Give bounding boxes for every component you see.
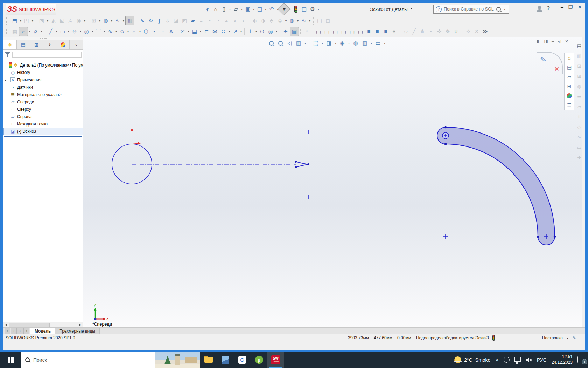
toolbar-icon[interactable]: ◪ [172,16,180,25]
taskbar-search-box[interactable]: Поиск [21,352,155,368]
custom-status-arrow-icon[interactable]: ▴ [567,336,568,340]
toolbar-icon[interactable]: ✛ [435,27,443,36]
dock-toolbar-icon[interactable]: ☰ [576,93,582,100]
toolbar-icon[interactable]: ⊎ [452,27,460,36]
panel-horizontal-scrollbar[interactable]: ◀ ▶ [4,322,83,327]
cancel-sketch-icon[interactable]: ✕ [554,66,559,73]
dropdown-arrow-icon[interactable]: ▾ [55,30,58,33]
toolbar-icon[interactable]: ⌐ [19,27,28,36]
tab-property-manager[interactable]: ▤ [17,40,30,49]
view-toolbar-icon[interactable]: ▦ [360,39,369,47]
toolbar-icon[interactable]: ⬕ [58,16,66,25]
toolbar-icon[interactable]: ≫ [481,27,489,36]
dock-toolbar-icon[interactable]: ◍ [576,83,582,90]
dropdown-arrow-icon[interactable]: ▾ [334,42,337,45]
toolbar-icon[interactable]: ▯ [220,5,228,13]
weather-widget[interactable]: 2°C Smoke [454,356,490,363]
dropdown-arrow-icon[interactable]: ▾ [383,42,386,45]
toolbar-icon[interactable]: ◉ [75,16,83,25]
tree-item[interactable]: Спереди [4,98,83,105]
toolbar-icon[interactable]: ⬚ [323,27,331,36]
dropdown-arrow-icon[interactable]: ▾ [40,30,43,33]
dropdown-arrow-icon[interactable]: ▾ [252,8,255,11]
dropdown-arrow-icon[interactable]: ▾ [110,19,113,22]
custom-status-label[interactable]: Настройка [542,335,563,340]
dropdown-arrow-icon[interactable]: ▾ [228,8,232,11]
toolbar-icon[interactable]: ⚙ [308,5,317,13]
toolbar-grip[interactable] [6,17,8,25]
view-toolbar-icon[interactable]: ◉ [338,39,346,47]
toolbar-icon[interactable]: ➤ [278,3,290,16]
tab-display-manager[interactable] [56,40,70,49]
close-button[interactable]: ✕ [578,4,582,10]
file-explorer-icon[interactable]: ▱ [566,73,573,80]
toolbar-icon[interactable]: ✧ [464,27,472,36]
toolbar-icon[interactable]: A [167,27,175,36]
tree-item[interactable]: ▸ Примечания [4,76,83,83]
menu-item[interactable] [109,8,113,10]
custom-properties-icon[interactable]: ☰ [566,102,573,109]
menu-item[interactable] [119,8,123,10]
view-toolbar-icon[interactable]: ▭ [374,39,382,47]
toolbar-icon[interactable]: ▱ [401,27,410,36]
toolbar-icon[interactable]: ⬘ [267,16,276,25]
doc-window-icon[interactable]: – [552,39,554,44]
toolbar-icon[interactable]: ▨ [125,16,134,25]
toolbar-icon[interactable]: ↗ [231,27,239,36]
dropdown-arrow-icon[interactable]: ▾ [187,30,190,33]
toolbar-icon[interactable]: ■ [373,27,382,36]
toolbar-icon[interactable]: ⬚ [340,27,348,36]
filter-input[interactable] [12,52,82,58]
toolbar-icon[interactable]: ▤ [300,5,308,13]
dropdown-arrow-icon[interactable]: ▾ [83,19,86,22]
toolbar-icon[interactable]: • [427,27,435,36]
toolbar-icon[interactable]: ▨ [290,27,299,36]
toolbar-icon[interactable]: ⌀ [31,27,40,36]
resources-icon[interactable]: ⌂ [566,54,573,61]
toolbar-icon[interactable]: ◗ [239,16,247,25]
toolbar-grip[interactable] [6,28,8,35]
tree-item[interactable]: History [4,69,83,76]
dock-toolbar-icon[interactable]: ▥ [576,52,582,59]
dock-toolbar-icon[interactable]: ✚ [576,154,582,161]
tag-icon[interactable]: ✎ [573,335,576,340]
toolbar-icon[interactable]: ⬖ [251,16,259,25]
help-search-box[interactable]: ? Поиск в Справке по SOLIDWORKS ▾ [433,5,509,14]
panel-expand-button[interactable]: › [70,40,83,49]
dropdown-arrow-icon[interactable]: ▾ [122,19,125,22]
toolbar-icon[interactable]: ✕ [472,27,481,36]
tab-configuration-manager[interactable]: ⊞ [30,40,43,49]
tray-chevron-icon[interactable]: ∧ [495,357,499,362]
menu-item[interactable] [81,8,85,10]
dropdown-arrow-icon[interactable]: ▾ [275,30,278,33]
toolbar-icon[interactable]: ⬚ [314,27,323,36]
view-toolbar-icon[interactable]: ⬚ [312,39,320,47]
dropdown-arrow-icon[interactable]: ▾ [240,8,244,11]
view-toolbar-icon[interactable] [267,39,275,47]
toolbar-icon[interactable]: ✦ [281,27,290,36]
taskbar-photos-app[interactable] [217,352,234,368]
meet-now-icon[interactable] [504,357,510,363]
dropdown-arrow-icon[interactable]: ▾ [296,19,300,22]
dropdown-arrow-icon[interactable]: ▾ [321,42,324,45]
taskbar-c-app[interactable]: C [234,352,251,368]
toolbar-icon[interactable]: ◓ [205,16,214,25]
tree-item[interactable]: (-) Эскиз3 [4,128,83,135]
dropdown-arrow-icon[interactable]: ▾ [19,19,22,22]
dock-toolbar-icon[interactable]: ▭ [576,144,582,151]
toolbar-icon[interactable]: ⇘ [138,16,147,25]
dropdown-arrow-icon[interactable]: ▾ [103,30,106,33]
toolbar-icon[interactable]: ○ [116,27,128,36]
toolbar-icon[interactable]: ▦ [10,27,19,36]
view-toolbar-icon[interactable]: ◨ [325,39,333,47]
toolbar-icon[interactable]: ↶ [267,5,276,13]
dropdown-arrow-icon[interactable]: ▾ [227,30,231,33]
toolbar-icon[interactable]: ◔ [214,16,222,25]
dropdown-arrow-icon[interactable]: ▾ [28,30,31,33]
toolbar-icon[interactable]: ◎ [266,27,275,36]
scroll-left-icon[interactable]: ◀ [4,323,8,326]
tree-item[interactable]: Деталь1 (По умолчанию<<По умолча [4,61,83,69]
toolbar-icon[interactable]: ∷ [219,27,227,36]
tab-nav-icon[interactable]: » [23,328,29,334]
rollback-bar[interactable] [4,136,82,137]
